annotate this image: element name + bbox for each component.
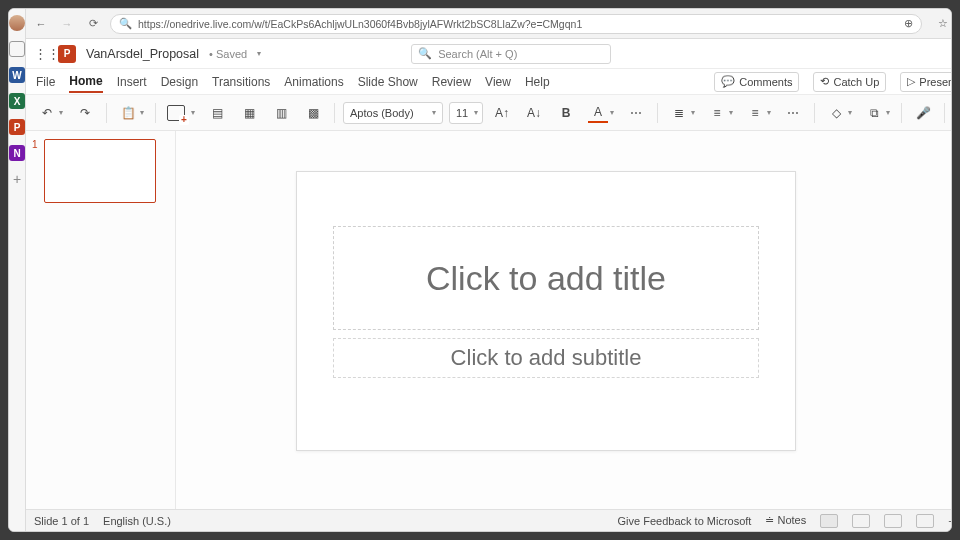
- search-placeholder: Search (Alt + Q): [438, 48, 517, 60]
- normal-view-button[interactable]: [820, 514, 838, 528]
- thumbnail-preview[interactable]: [44, 139, 156, 203]
- url-text: https://onedrive.live.com/w/t/EaCkPs6Ach…: [138, 18, 582, 30]
- ribbon-tabs: File Home Insert Design Transitions Anim…: [26, 69, 952, 95]
- slideshow-view-button[interactable]: [916, 514, 934, 528]
- browser-window: W X P N + ← → ⟳ 🔍 https://onedrive.live.…: [8, 8, 952, 532]
- save-state: • Saved: [209, 48, 247, 60]
- profile-avatar-small[interactable]: [9, 15, 25, 31]
- ribbon-home: ↶▾ ↷ 📋▾ +▾ ▤ ▦ ▥ ▩ Aptos (Body)▾ 11▾ A↑ …: [26, 95, 952, 131]
- shapes-button[interactable]: ◇▾: [823, 101, 855, 125]
- lock-icon: 🔍: [119, 17, 132, 30]
- os-app-rail: W X P N +: [9, 9, 26, 531]
- tab-insert[interactable]: Insert: [117, 72, 147, 92]
- bold-button[interactable]: B: [553, 101, 579, 125]
- zoom-out-button[interactable]: −: [948, 515, 952, 527]
- sorter-view-button[interactable]: [852, 514, 870, 528]
- powerpoint-app-icon[interactable]: P: [9, 119, 25, 135]
- more-para-button[interactable]: ⋯: [780, 101, 806, 125]
- tab-view[interactable]: View: [485, 72, 511, 92]
- language-status[interactable]: English (U.S.): [103, 515, 171, 527]
- font-family-select[interactable]: Aptos (Body)▾: [343, 102, 443, 124]
- tab-home[interactable]: Home: [69, 71, 102, 93]
- tab-slideshow[interactable]: Slide Show: [358, 72, 418, 92]
- redo-button[interactable]: ↷: [72, 101, 98, 125]
- excel-app-icon[interactable]: X: [9, 93, 25, 109]
- layout-button[interactable]: ▤: [204, 101, 230, 125]
- tab-design[interactable]: Design: [161, 72, 198, 92]
- present-button[interactable]: ▷ Present ▾: [900, 72, 952, 92]
- numbering-button[interactable]: ≡▾: [704, 101, 736, 125]
- favorite-icon[interactable]: ☆: [930, 17, 952, 30]
- onenote-app-icon[interactable]: N: [9, 145, 25, 161]
- document-name[interactable]: VanArsdel_Proposal: [86, 47, 199, 61]
- designer-button[interactable]: ▩: [300, 101, 326, 125]
- comments-button[interactable]: 💬 Comments: [714, 72, 799, 92]
- back-button[interactable]: ←: [32, 18, 50, 30]
- workspace: 1 Click to add title Click to add subtit…: [26, 131, 952, 509]
- word-app-icon[interactable]: W: [9, 67, 25, 83]
- title-placeholder[interactable]: Click to add title: [333, 226, 759, 330]
- decrease-font-button[interactable]: A↓: [521, 101, 547, 125]
- powerpoint-logo: P: [58, 45, 76, 63]
- tab-transitions[interactable]: Transitions: [212, 72, 270, 92]
- reset-button[interactable]: ▦: [236, 101, 262, 125]
- undo-button[interactable]: ↶▾: [34, 101, 66, 125]
- tab-animations[interactable]: Animations: [284, 72, 343, 92]
- status-bar: Slide 1 of 1 English (U.S.) Give Feedbac…: [26, 509, 952, 531]
- add-app-icon[interactable]: +: [13, 171, 21, 187]
- slide-thumbnail-panel[interactable]: 1: [26, 131, 176, 509]
- paste-button[interactable]: 📋▾: [115, 101, 147, 125]
- feedback-link[interactable]: Give Feedback to Microsoft: [618, 515, 752, 527]
- subtitle-placeholder[interactable]: Click to add subtitle: [333, 338, 759, 378]
- notes-toggle[interactable]: ≐ Notes: [765, 514, 806, 527]
- reading-view-button[interactable]: [884, 514, 902, 528]
- new-slide-button[interactable]: +▾: [164, 101, 198, 125]
- font-size-select[interactable]: 11▾: [449, 102, 483, 124]
- translate-icon[interactable]: ⊕: [904, 17, 913, 30]
- slide[interactable]: Click to add title Click to add subtitle: [296, 171, 796, 451]
- forward-button: →: [58, 18, 76, 30]
- app-launcher-icon[interactable]: ⋮⋮⋮: [34, 46, 48, 61]
- section-button[interactable]: ▥: [268, 101, 294, 125]
- catchup-button[interactable]: ⟲ Catch Up: [813, 72, 886, 92]
- search-icon: 🔍: [418, 47, 432, 60]
- slide-thumbnail[interactable]: 1: [32, 139, 169, 203]
- tab-help[interactable]: Help: [525, 72, 550, 92]
- title-chevron-icon[interactable]: ▾: [257, 49, 261, 58]
- more-font-button[interactable]: ⋯: [623, 101, 649, 125]
- app-title-bar: ⋮⋮⋮ P VanArsdel_Proposal • Saved ▾ 🔍 Sea…: [26, 39, 952, 69]
- tab-outline-icon[interactable]: [9, 41, 25, 57]
- dictate-button[interactable]: 🎤: [910, 101, 936, 125]
- address-bar[interactable]: 🔍 https://onedrive.live.com/w/t/EaCkPs6A…: [110, 14, 922, 34]
- slide-canvas[interactable]: Click to add title Click to add subtitle…: [176, 131, 952, 509]
- align-button[interactable]: ≡▾: [742, 101, 774, 125]
- increase-font-button[interactable]: A↑: [489, 101, 515, 125]
- thumbnail-number: 1: [32, 139, 40, 203]
- browser-toolbar: ← → ⟳ 🔍 https://onedrive.live.com/w/t/Ea…: [26, 9, 952, 39]
- arrange-button[interactable]: ⧉▾: [861, 101, 893, 125]
- font-color-button[interactable]: A▾: [585, 101, 617, 125]
- tab-review[interactable]: Review: [432, 72, 471, 92]
- tab-file[interactable]: File: [36, 72, 55, 92]
- search-input[interactable]: 🔍 Search (Alt + Q): [411, 44, 611, 64]
- bullets-button[interactable]: ≣▾: [666, 101, 698, 125]
- slide-counter[interactable]: Slide 1 of 1: [34, 515, 89, 527]
- refresh-button[interactable]: ⟳: [84, 17, 102, 30]
